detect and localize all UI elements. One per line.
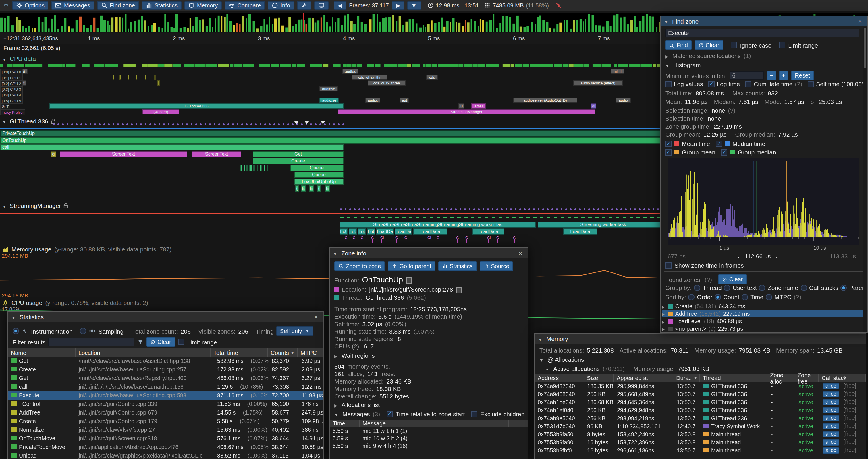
timeline-zone[interactable] (127, 75, 129, 80)
timeline-zone[interactable] (154, 75, 156, 80)
timing-select[interactable]: Self only▼ (277, 326, 313, 336)
histogram-toggle[interactable]: Histogram (665, 61, 701, 68)
group-by-radio-user-text[interactable] (724, 285, 731, 291)
stats-table-row[interactable]: ~Controljni/../jni/src/guif/Control.cpp:… (8, 400, 323, 408)
stats-table-row[interactable]: Get/mnt/e/claw/src/claw/base/Registry.hp… (8, 374, 323, 382)
timeline-zone[interactable] (257, 165, 258, 171)
timeline-zone[interactable]: ScreenText (192, 151, 241, 157)
mem-col-address[interactable]: Address (535, 374, 584, 382)
sort-by-radio-time[interactable] (742, 294, 748, 300)
timeline-zone[interactable]: g (51, 151, 56, 157)
msg-col-time[interactable]: Time (330, 420, 360, 427)
memory-table-row[interactable]: 0x74ab9e5040256 KB293,994,219ns13:50.7GL… (535, 414, 866, 422)
find-zone-titlebar[interactable]: Find zone (661, 16, 867, 26)
timeline-zone[interactable]: LcU (340, 229, 347, 235)
clear-button[interactable]: ∅Clear (695, 40, 723, 50)
wait-regions-toggle[interactable]: Wait regions (334, 352, 375, 359)
toolbar-button-memory[interactable]: Memory (184, 1, 222, 10)
memory-table-header[interactable]: AddressSizeAppeared atDura..ThreadZone a… (535, 374, 866, 382)
timeline-zone[interactable]: (worker/) (143, 109, 179, 114)
memory-table-row[interactable]: 0x7553b9fa508 bytes153,492,240ns13:50.8M… (535, 430, 866, 438)
found-zone-group[interactable]: LoadLevel(18)406.88 µs (662, 318, 863, 325)
timeline-zone[interactable]: cds_ol_rx_thr (351, 75, 387, 80)
funnel-icon[interactable] (137, 339, 144, 345)
sort-by-radio-order[interactable] (688, 294, 694, 300)
message-tick[interactable]: C (456, 235, 461, 243)
timeline-zone[interactable]: Create (253, 158, 343, 164)
timeline-zone[interactable]: LoU (358, 229, 366, 235)
timeline-zone[interactable]: ( (317, 186, 320, 192)
stats-table-row[interactable]: Normalizejni/../jni/src/claw/vfs/Vfs.cpp… (8, 425, 323, 434)
message-row[interactable]: 5.59 smip 11 w 1 h 1 (1) (330, 427, 528, 435)
screenshot-search-button[interactable] (314, 1, 329, 10)
instrumentation-radio[interactable] (13, 328, 19, 334)
alloc-callstack-button[interactable]: alloc (823, 431, 839, 437)
alloc-callstack-button[interactable]: alloc (823, 391, 839, 397)
next-frame-button[interactable]: ▶ (392, 1, 404, 10)
toolbar-button-info[interactable]: Info (268, 1, 294, 10)
prev-frame-button[interactable]: ◀ (334, 1, 346, 10)
mem-col-zone-alloc[interactable]: Zone alloc (767, 374, 795, 382)
found-zone-group[interactable]: AddTree(18,542)227.19 ms (662, 310, 863, 318)
memory-table-row[interactable]: 0x7553b9fa9016 bytes153,722,396ns13:50.8… (535, 438, 866, 446)
timeline-zone[interactable] (145, 75, 147, 80)
self-time-checkbox[interactable] (807, 81, 814, 87)
connection-icon[interactable] (3, 2, 9, 9)
memory-titlebar[interactable]: Memory (535, 333, 866, 344)
timeline-zone[interactable] (253, 165, 255, 171)
message-tick[interactable]: C (361, 235, 365, 243)
sampling-radio[interactable] (80, 328, 87, 334)
timeline-zone[interactable]: E (309, 186, 314, 192)
expand-icon[interactable] (662, 303, 666, 309)
timeline-zone[interactable]: cds_ol_rx_threa (368, 80, 406, 86)
timeline-zone[interactable]: LoadData (413, 229, 447, 235)
message-tick[interactable]: Ci (487, 235, 492, 243)
mem-col-zone-free[interactable]: Zone free (795, 374, 819, 382)
timeline-zone[interactable]: audio.se (319, 98, 339, 103)
timeline-zone[interactable]: E (325, 186, 330, 192)
histogram-canvas[interactable] (668, 159, 859, 244)
close-icon[interactable] (517, 250, 525, 257)
legend-checkbox-group-median[interactable] (721, 149, 727, 155)
stats-table-row[interactable]: Createjni/../jni/src/guif/Control.cpp:17… (8, 417, 323, 425)
alloc-callstack-button[interactable]: alloc (823, 407, 839, 413)
message-row[interactable]: 5.59 smip 9 w 4 h 4 (16) (330, 442, 528, 450)
timeline-zone[interactable]: TraO (471, 103, 486, 108)
messages-table-header[interactable]: TimeMessage (330, 420, 528, 427)
mem-col-appeared-at[interactable]: Appeared at (614, 374, 673, 382)
stats-table-row[interactable]: OnTouchMovejni/../jni/src/guif/Screen.cp… (8, 434, 323, 442)
exclude-children-checkbox[interactable] (471, 411, 477, 417)
timeline-zone[interactable]: Ti (458, 103, 464, 108)
group-by-radio-call-stacks[interactable] (801, 285, 807, 291)
timeline-zone[interactable]: Queue (290, 165, 343, 171)
timeline-zone[interactable] (246, 165, 248, 171)
legend-checkbox-mean-time[interactable] (665, 140, 672, 147)
min-bin-input[interactable] (730, 71, 764, 80)
memory-table-row[interactable]: 0x74ab1be040186.68 KB294,645,364ns13:50.… (535, 398, 866, 406)
stats-col-location[interactable]: Location (75, 349, 211, 357)
copy-icon[interactable] (456, 287, 462, 293)
alloc-callstack-button[interactable]: alloc (823, 423, 839, 429)
timeline-zone[interactable]: LoU (349, 229, 357, 235)
allocations-list-toggle[interactable]: Allocations list (334, 401, 380, 408)
message-tick[interactable]: Ci (427, 235, 432, 243)
timeline-zone[interactable]: cds (426, 75, 438, 80)
filter-input[interactable] (48, 337, 134, 346)
message-tick[interactable]: C (465, 235, 470, 243)
close-icon[interactable] (856, 18, 864, 25)
reset-button[interactable]: Reset (791, 71, 814, 80)
memory-table-row[interactable]: 0x7531d7b04096 KB1:10 234,952,16112:40.7… (535, 422, 866, 430)
timeline-zone[interactable]: LoaULoiUpLoUp (294, 178, 343, 185)
timeline-zone[interactable]: audio. (365, 98, 380, 103)
message-tick[interactable]: C (496, 235, 501, 243)
memory-table-row[interactable]: 0x7553b9fbf016 bytes296,661,186ns13:50.7… (535, 446, 866, 454)
group-by-radio-parent[interactable] (841, 285, 847, 291)
toolbar-button-compare[interactable]: Compare (225, 1, 265, 10)
memory-table-row[interactable]: 0x74a9d37040186.35 KB295,999,844ns13:50.… (535, 382, 866, 390)
timeline-zone[interactable] (240, 165, 242, 171)
mem-col-size[interactable]: Size (584, 374, 614, 382)
timeline-zone[interactable] (120, 75, 121, 80)
timeline-zone[interactable]: call (0, 144, 343, 151)
memory-table-row[interactable]: 0x74a9d68040256 KB295,668,489ns13:50.7GL… (535, 390, 866, 398)
zone-info-titlebar[interactable]: Zone info (330, 248, 528, 258)
